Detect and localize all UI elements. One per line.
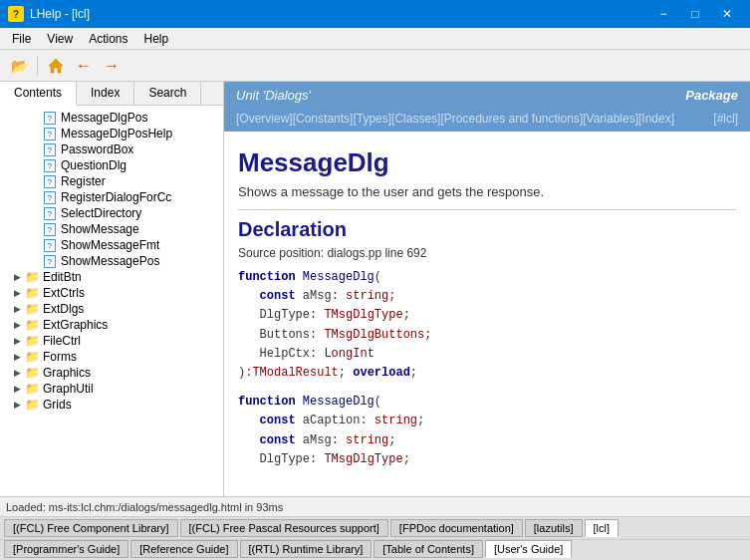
tree-item[interactable]: ▶📁ExtGraphics	[0, 317, 223, 333]
source-position: Source position: dialogs.pp line 692	[238, 246, 736, 260]
bottom-tab[interactable]: [(RTL) Runtime Library]	[240, 540, 373, 558]
tab-contents[interactable]: Contents	[0, 82, 77, 106]
home-button[interactable]	[43, 53, 69, 79]
page-icon: ?	[42, 222, 58, 236]
left-panel: Contents Index Search ?MessageDlgPos?Mes…	[0, 82, 224, 496]
page-icon: ?	[42, 174, 58, 188]
folder-icon: 📁	[24, 366, 40, 380]
folder-icon: 📁	[24, 398, 40, 412]
tree-item[interactable]: ?SelectDirectory	[0, 205, 223, 221]
minimize-button[interactable]: −	[648, 4, 678, 24]
page-icon: ?	[42, 190, 58, 204]
menu-help[interactable]: Help	[136, 30, 177, 48]
tree-item-label: ExtDlgs	[43, 302, 84, 316]
bottom-tab[interactable]: [User's Guide]	[485, 540, 572, 558]
tree-item-label: MessageDlgPos	[61, 111, 147, 125]
tree-item-label: Graphics	[43, 366, 91, 380]
tree-item-label: ShowMessageFmt	[61, 238, 159, 252]
main-title: MessageDlg	[238, 147, 736, 178]
title-bar: ? LHelp - [lcl] − □ ✕	[0, 0, 750, 28]
menu-bar: File View Actions Help	[0, 28, 750, 50]
code-block-2: function MessageDlg( const aCaption: str…	[238, 393, 736, 469]
package-link[interactable]: [#lcl]	[713, 112, 738, 126]
tab-bar: Contents Index Search	[0, 82, 223, 106]
page-icon: ?	[42, 254, 58, 268]
tree-arrow-icon: ▶	[10, 304, 24, 314]
forward-button[interactable]: →	[99, 53, 125, 79]
tree-item[interactable]: ?QuestionDlg	[0, 157, 223, 173]
tree-item-label: MessageDlgPosHelp	[61, 127, 172, 140]
bottom-tab[interactable]: [Table of Contents]	[374, 540, 483, 558]
page-icon: ?	[42, 158, 58, 172]
folder-icon: 📁	[24, 286, 40, 300]
title-bar-controls: − □ ✕	[648, 4, 742, 24]
tree-item[interactable]: ?MessageDlgPosHelp	[0, 126, 223, 141]
tree-item[interactable]: ?ShowMessage	[0, 221, 223, 237]
tree-item-label: ShowMessagePos	[61, 254, 159, 268]
toolbar: 📂 ← →	[0, 50, 750, 82]
menu-view[interactable]: View	[39, 30, 81, 48]
tree-item[interactable]: ?PasswordBox	[0, 141, 223, 157]
bottom-tab[interactable]: [Programmer's Guide]	[4, 540, 128, 558]
tree-item-label: QuestionDlg	[61, 158, 126, 172]
tree-item[interactable]: ▶📁Forms	[0, 349, 223, 365]
folder-icon: 📁	[24, 270, 40, 284]
menu-actions[interactable]: Actions	[81, 30, 135, 48]
tree-item-label: ExtGraphics	[43, 318, 108, 332]
tree-view: ?MessageDlgPos?MessageDlgPosHelp?Passwor…	[0, 106, 223, 496]
bottom-tabs-row1: [(FCL) Free Component Library][(FCL) Fre…	[0, 516, 750, 539]
tree-item[interactable]: ?ShowMessagePos	[0, 253, 223, 269]
tree-item-label: ExtCtrls	[43, 286, 85, 300]
divider-1	[238, 209, 736, 210]
page-icon: ?	[42, 127, 58, 140]
tab-index[interactable]: Index	[77, 82, 134, 105]
bottom-tab[interactable]: [lazutils]	[525, 519, 583, 537]
tree-item-label: GraphUtil	[43, 382, 94, 396]
tree-item-label: EditBtn	[43, 270, 82, 284]
close-button[interactable]: ✕	[712, 4, 742, 24]
tree-item[interactable]: ▶📁ExtCtrls	[0, 285, 223, 301]
folder-icon: 📁	[24, 382, 40, 396]
content-links: [Overview][Constants][Types][Classes][Pr…	[224, 109, 750, 132]
bottom-tabs-row2: [Programmer's Guide][Reference Guide][(R…	[0, 539, 750, 560]
menu-file[interactable]: File	[4, 30, 39, 48]
open-button[interactable]: 📂	[6, 53, 32, 79]
maximize-button[interactable]: □	[680, 4, 710, 24]
bottom-tab[interactable]: [(FCL) Free Component Library]	[4, 519, 178, 537]
tree-item[interactable]: ▶📁FileCtrl	[0, 333, 223, 349]
back-button[interactable]: ←	[71, 53, 97, 79]
bottom-tab[interactable]: [lcl]	[585, 519, 620, 537]
tree-item-label: RegisterDialogForCc	[61, 190, 171, 204]
folder-icon: 📁	[24, 350, 40, 364]
title-bar-left: ? LHelp - [lcl]	[8, 6, 90, 22]
tree-item[interactable]: ▶📁Grids	[0, 397, 223, 413]
page-icon: ?	[42, 238, 58, 252]
tree-arrow-icon: ▶	[10, 368, 24, 378]
tree-item[interactable]: ?Register	[0, 173, 223, 189]
main-area: Contents Index Search ?MessageDlgPos?Mes…	[0, 82, 750, 496]
status-text: Loaded: ms-its:lcl.chm:/dialogs/messaged…	[6, 501, 283, 513]
page-icon: ?	[42, 206, 58, 220]
tree-item-label: ShowMessage	[61, 222, 139, 236]
tree-item-label: PasswordBox	[61, 142, 133, 156]
svg-marker-0	[49, 59, 63, 73]
tree-item[interactable]: ?ShowMessageFmt	[0, 237, 223, 253]
tree-arrow-icon: ▶	[10, 352, 24, 362]
tree-item[interactable]: ▶📁GraphUtil	[0, 381, 223, 397]
page-icon: ?	[42, 111, 58, 125]
bottom-tab[interactable]: [Reference Guide]	[130, 540, 237, 558]
folder-icon: 📁	[24, 334, 40, 348]
bottom-tab[interactable]: [FPDoc documentation]	[390, 519, 523, 537]
tree-item[interactable]: ?MessageDlgPos	[0, 110, 223, 126]
tree-item-label: SelectDirectory	[61, 206, 141, 220]
app-icon: ?	[8, 6, 24, 22]
tree-item[interactable]: ?RegisterDialogForCc	[0, 189, 223, 205]
tree-item[interactable]: ▶📁Graphics	[0, 365, 223, 381]
tab-search[interactable]: Search	[134, 82, 201, 105]
tree-item[interactable]: ▶📁EditBtn	[0, 269, 223, 285]
bottom-tab[interactable]: [(FCL) Free Pascal Resources support]	[180, 519, 388, 537]
tree-item-label: Grids	[43, 398, 72, 412]
tree-item[interactable]: ▶📁ExtDlgs	[0, 301, 223, 317]
tree-arrow-icon: ▶	[10, 336, 24, 346]
links-text[interactable]: [Overview][Constants][Types][Classes][Pr…	[236, 112, 674, 126]
